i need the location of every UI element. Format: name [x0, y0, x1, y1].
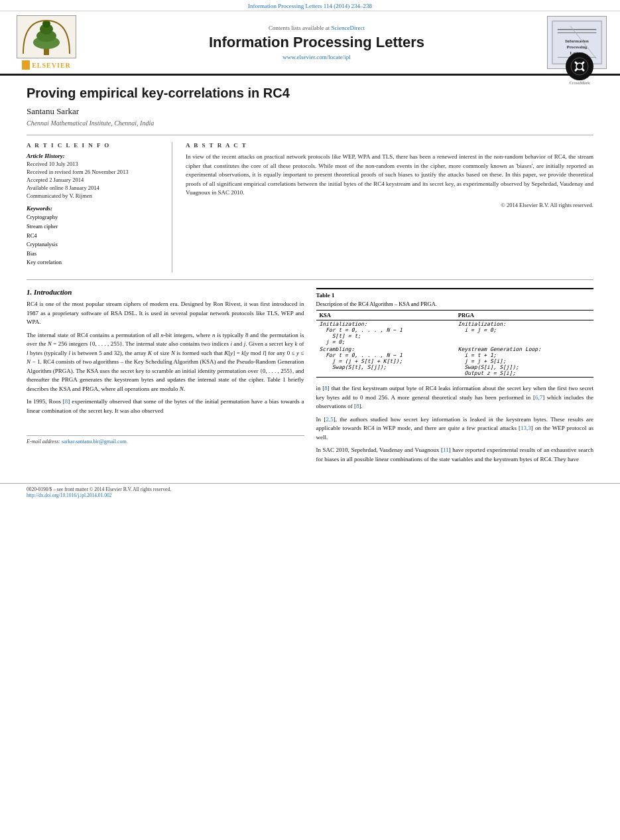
history-subheading: Article History: [27, 153, 164, 159]
journal-main-title: Information Processing Letters [86, 34, 547, 51]
crossmark-badge-block: CrossMark [566, 52, 593, 86]
intro-para2: The internal state of RC4 contains a per… [27, 331, 304, 394]
article-history-block: Article History: Received 10 July 2013 R… [27, 153, 164, 200]
journal-url[interactable]: www.elsevier.com/locate/ipl [86, 54, 547, 60]
abstract-text: In view of the recent attacks on practic… [186, 153, 593, 198]
and-connector: and [475, 456, 483, 462]
elsevier-wordmark: ELSEVIER [32, 62, 71, 69]
received-date: Received 10 July 2013 [27, 161, 164, 169]
sciencedirect-link[interactable]: ScienceDirect [332, 25, 365, 31]
journal-title-block: Contents lists available at ScienceDirec… [86, 25, 547, 60]
article-info-column: A R T I C L E I N F O Article History: R… [27, 142, 172, 273]
keywords-block: Keywords: Cryptography Stream cipher RC4… [27, 205, 164, 267]
paper-title: Proving empirical key-correlations in RC… [27, 86, 593, 101]
keyword-bias: Bias [27, 249, 164, 259]
revised-date: Received in revised form 26 November 201… [27, 169, 164, 176]
article-info-abstract-section: A R T I C L E I N F O Article History: R… [27, 135, 593, 280]
journal-header: ELSEVIER Contents lists available at Sci… [0, 11, 620, 76]
prga-init-section: Initialization: i = j = 0; [455, 320, 593, 346]
elsevier-tree-icon [17, 15, 76, 58]
keyword-rc4: RC4 [27, 232, 164, 241]
keywords-list: Cryptography Stream cipher RC4 Cryptanal… [27, 213, 164, 267]
license-text: 0020-0190/$ – see front matter © 2014 El… [27, 486, 171, 498]
keyword-key-correlation: Key correlation [27, 258, 164, 267]
abstract-heading: A B S T R A C T [186, 142, 593, 149]
body-left-column: 1. Introduction RC4 is one of the most p… [27, 288, 304, 468]
intro-para1: RC4 is one of the most popular stream ci… [27, 300, 304, 327]
svg-point-15 [576, 63, 583, 70]
prga-col-header: PRGA [455, 311, 593, 320]
copyright-line: © 2014 Elsevier B.V. All rights reserved… [186, 202, 593, 208]
body-columns: 1. Introduction RC4 is one of the most p… [27, 288, 593, 468]
right-para2: In [2,5], the authors studied how secret… [316, 415, 594, 443]
ksa-scramble-section: Scrambling: For t = 0, . . . , N − 1 j =… [316, 346, 455, 377]
algorithm-table: KSA PRGA Initialization: For t = 0, . . … [316, 310, 594, 377]
doi-link[interactable]: http://dx.doi.org/10.1016/j.ipl.2014.01.… [27, 492, 111, 498]
table1-caption: Table 1 [316, 289, 594, 299]
prga-loop-section: Keystream Generation Loop: i = t + 1; j … [455, 346, 593, 377]
right-para1: in [8] that the first keystream output b… [316, 384, 594, 411]
intro-para3: In 1995, Roos [8] experimentally observe… [27, 397, 304, 415]
svg-text:Processing: Processing [567, 44, 588, 49]
accepted-date: Accepted 2 January 2014 [27, 176, 164, 184]
abstract-column: A B S T R A C T In view of the recent at… [186, 142, 593, 273]
keyword-stream-cipher: Stream cipher [27, 222, 164, 232]
author-name: Santanu Sarkar [27, 106, 593, 117]
svg-text:Information: Information [565, 38, 589, 43]
contents-available-label: Contents lists available at ScienceDirec… [86, 25, 547, 31]
crossmark-label: CrossMark [566, 80, 593, 86]
elsevier-logo-left: ELSEVIER [7, 15, 86, 70]
keywords-subheading: Keywords: [27, 205, 164, 212]
affiliation: Chennai Mathematical Institute, Chennai,… [27, 119, 593, 127]
bottom-bar: 0020-0190/$ – see front matter © 2014 El… [0, 483, 620, 501]
section1-title: 1. Introduction [27, 288, 304, 296]
journal-citation: Information Processing Letters 114 (2014… [0, 0, 620, 11]
article-content: CrossMark Proving empirical key-correlat… [0, 76, 620, 478]
article-info-heading: A R T I C L E I N F O [27, 142, 164, 149]
right-para3: In SAC 2010, Sepehrdad, Vaudenay and Vua… [316, 446, 594, 464]
ksa-init-section: Initialization: For t = 0, . . . , N − 1… [316, 320, 455, 346]
table1-description: Description of the RC4 Algorithm – KSA a… [316, 301, 594, 307]
table1-container: Table 1 Description of the RC4 Algorithm… [316, 288, 594, 378]
body-right-column: Table 1 Description of the RC4 Algorithm… [316, 288, 594, 468]
available-online-date: Available online 8 January 2014 [27, 184, 164, 192]
communicated-by: Communicated by V. Rijmen [27, 192, 164, 200]
elsevier-bar-icon [22, 60, 30, 70]
keyword-cryptography: Cryptography [27, 213, 164, 222]
author-email-link[interactable]: sarkar.santanu.bir@gmail.com. [62, 439, 128, 445]
ksa-col-header: KSA [316, 311, 455, 320]
footnote-bar: E-mail address: sarkar.santanu.bir@gmail… [27, 435, 304, 445]
footnote-email: E-mail address: sarkar.santanu.bir@gmail… [27, 439, 304, 445]
keyword-cryptanalysis: Cryptanalysis [27, 240, 164, 249]
